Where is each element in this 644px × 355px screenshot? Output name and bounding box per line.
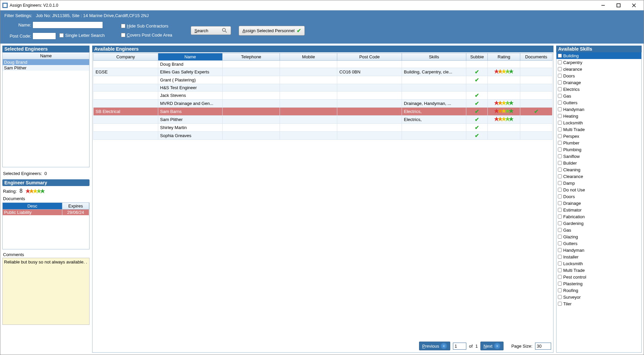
skill-item[interactable]: Glazing <box>557 233 641 240</box>
selected-item[interactable]: Doug Brand <box>3 59 89 65</box>
skill-item[interactable]: Gas <box>557 227 641 233</box>
single-letter-check[interactable]: Single Letter Search <box>59 33 105 38</box>
skill-item[interactable]: Heating <box>557 113 641 119</box>
skill-item[interactable]: Perspex <box>557 133 641 139</box>
postcode-input[interactable] <box>33 33 56 40</box>
skill-item[interactable]: Estimator <box>557 206 641 213</box>
skill-checkbox[interactable] <box>558 288 562 292</box>
skill-checkbox[interactable] <box>558 221 562 225</box>
table-row[interactable]: EGSEEllies Gas Safety ExpertsCO16 0BNBui… <box>94 68 552 76</box>
assign-button[interactable]: Assign Selected Personnel ✔ <box>239 26 304 36</box>
skill-item[interactable]: clearance <box>557 66 641 72</box>
skill-item[interactable]: Electrics <box>557 86 641 93</box>
skill-checkbox[interactable] <box>558 74 562 78</box>
col-skills[interactable]: Skills <box>402 53 466 61</box>
comments-box[interactable]: Reliable but busy so not always availabl… <box>2 258 90 325</box>
skill-item[interactable]: Gas <box>557 93 641 99</box>
skill-item[interactable]: Pest control <box>557 274 641 280</box>
skill-checkbox[interactable] <box>558 255 562 259</box>
skill-item[interactable]: Clearance <box>557 173 641 180</box>
minimize-button[interactable] <box>595 0 611 10</box>
skill-item[interactable]: Surveyor <box>557 294 641 300</box>
skill-item[interactable]: Gutters <box>557 99 641 106</box>
skill-item[interactable]: Cleaning <box>557 166 641 173</box>
skill-checkbox[interactable] <box>558 121 562 125</box>
next-button[interactable]: Next › <box>480 342 504 350</box>
skill-item[interactable]: Handyman <box>557 106 641 113</box>
doc-header-desc[interactable]: Desc <box>3 203 62 210</box>
table-row[interactable]: Doug Brand <box>94 61 552 68</box>
skill-checkbox[interactable] <box>558 101 562 105</box>
skill-item[interactable]: Multi Trade <box>557 267 641 274</box>
skill-checkbox[interactable] <box>558 194 562 198</box>
skill-checkbox[interactable] <box>558 161 562 165</box>
skill-item[interactable]: Installer <box>557 253 641 260</box>
skill-checkbox[interactable] <box>558 147 562 152</box>
maximize-button[interactable] <box>611 0 626 10</box>
skill-item[interactable]: Carpentry <box>557 59 641 66</box>
table-row[interactable]: Sam PlitherElectrics,✔ <box>94 116 552 124</box>
close-button[interactable] <box>626 0 642 10</box>
skill-item[interactable]: Plumbing <box>557 146 641 153</box>
skill-checkbox[interactable] <box>558 154 562 158</box>
skill-checkbox[interactable] <box>558 67 562 71</box>
skill-item[interactable]: Doors <box>557 193 641 200</box>
skill-item[interactable]: Do not Use <box>557 186 641 193</box>
skill-checkbox[interactable] <box>558 181 562 185</box>
skill-checkbox[interactable] <box>558 80 562 84</box>
pagesize-input[interactable] <box>535 343 551 350</box>
skill-item[interactable]: Building <box>557 52 641 59</box>
col-rating[interactable]: Rating <box>488 53 520 61</box>
col-subbie[interactable]: Subbie <box>466 53 488 61</box>
name-input[interactable] <box>33 21 103 28</box>
skill-checkbox[interactable] <box>558 127 562 131</box>
skill-checkbox[interactable] <box>558 87 562 91</box>
table-row[interactable]: Grant ( Plastering)✔ <box>94 76 552 84</box>
skill-item[interactable]: Builder <box>557 160 641 166</box>
table-row[interactable]: Sophia Greaves✔ <box>94 132 552 140</box>
skill-checkbox[interactable] <box>558 261 562 265</box>
skill-item[interactable]: Tiler <box>557 300 641 307</box>
skill-checkbox[interactable] <box>558 282 562 286</box>
skill-checkbox[interactable] <box>558 215 562 219</box>
skill-checkbox[interactable] <box>558 248 562 252</box>
skill-checkbox[interactable] <box>558 268 562 272</box>
skill-item[interactable]: Damp <box>557 180 641 186</box>
skill-checkbox[interactable] <box>558 235 562 239</box>
skill-checkbox[interactable] <box>558 228 562 232</box>
skill-item[interactable]: Doors <box>557 72 641 79</box>
skill-checkbox[interactable] <box>558 174 562 178</box>
table-row[interactable]: Shirley Martin✔ <box>94 124 552 132</box>
table-row[interactable]: Jack Stevens✔ <box>94 92 552 100</box>
skill-checkbox[interactable] <box>558 168 562 172</box>
skill-checkbox[interactable] <box>558 275 562 279</box>
skill-checkbox[interactable] <box>558 208 562 212</box>
skill-item[interactable]: Saniflow <box>557 153 641 160</box>
skill-item[interactable]: Drainage <box>557 79 641 86</box>
skill-checkbox[interactable] <box>558 241 562 245</box>
skill-checkbox[interactable] <box>558 295 562 299</box>
skill-item[interactable]: Gardening <box>557 220 641 227</box>
col-name[interactable]: Name <box>158 53 223 61</box>
skill-item[interactable]: Drainage <box>557 200 641 206</box>
skill-item[interactable]: Handyman <box>557 247 641 253</box>
skill-checkbox[interactable] <box>558 302 562 306</box>
skill-checkbox[interactable] <box>558 107 562 111</box>
col-documents[interactable]: Documents <box>520 53 552 61</box>
col-mobile[interactable]: Mobile <box>280 53 337 61</box>
skill-checkbox[interactable] <box>558 60 562 64</box>
skill-checkbox[interactable] <box>558 134 562 138</box>
skill-item[interactable]: Locksmith <box>557 119 641 126</box>
skill-item[interactable]: Plastering <box>557 280 641 287</box>
skill-item[interactable]: Locksmith <box>557 260 641 267</box>
prev-button[interactable]: Previous ‹ <box>419 342 450 350</box>
table-row[interactable]: SB ElectricalSam BarnsElectrics,✔✔ <box>94 108 552 116</box>
skill-item[interactable]: Fabrication <box>557 213 641 220</box>
col-telephone[interactable]: Telephone <box>223 53 280 61</box>
skill-checkbox[interactable] <box>558 188 562 192</box>
skill-item[interactable]: Plumber <box>557 139 641 146</box>
skill-checkbox[interactable] <box>558 94 562 98</box>
skill-checkbox[interactable] <box>558 114 562 118</box>
selected-name-header[interactable]: Name <box>2 52 90 59</box>
covers-area-check[interactable]: Covers Post Code Area <box>121 33 188 38</box>
